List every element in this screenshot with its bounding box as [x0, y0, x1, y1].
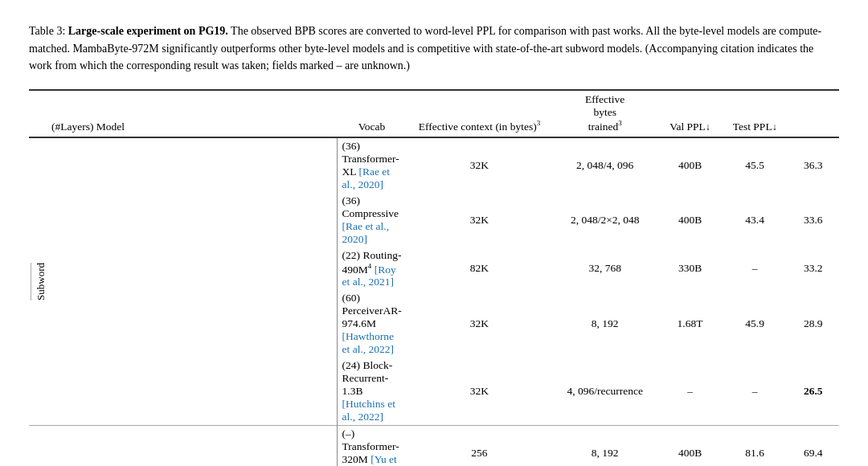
model-perceiverar: (60) PerceiverAR-974.6M [Hawthorne et al…: [337, 290, 407, 358]
bytes-perceiverar: 1.68T: [657, 290, 723, 358]
col-header-eff-bytes: Effectivebytestrained3: [552, 90, 657, 137]
val-routing: –: [723, 247, 788, 291]
model-compressive: (36) Compressive [Rae et al., 2020]: [337, 193, 407, 247]
context-compressive: 2, 048/2×2, 048: [552, 193, 657, 247]
subword-row-1: Subword (36) Transformer-XL [Rae et al.,…: [29, 137, 839, 193]
results-table: (#Layers) Model Vocab Effective context …: [29, 89, 839, 466]
test-routing: 33.2: [787, 247, 839, 291]
subword-label: Subword: [31, 263, 47, 300]
context-routing: 32, 768: [552, 247, 657, 291]
test-perceiverar: 28.9: [787, 290, 839, 358]
table-title-bold: Large-scale experiment on PG19.: [68, 25, 228, 37]
vocab-transformer-xl: 32K: [407, 137, 552, 193]
vocab-transformer-320m: 256: [407, 426, 552, 466]
context-block-recurrent: 4, 096/recurrence: [552, 358, 657, 426]
context-transformer-xl: 2, 048/4, 096: [552, 137, 657, 193]
model-transformer-xl: (36) Transformer-XL [Rae et al., 2020]: [337, 137, 407, 193]
col-header-test-ppl: Test PPL: [723, 90, 788, 137]
vocab-compressive: 32K: [407, 193, 552, 247]
bytes-block-recurrent: –: [657, 358, 723, 426]
byte-row-1: Byte (–) Transformer-320M [Yu et al., 20…: [29, 426, 839, 466]
bytes-routing: 330B: [657, 247, 723, 291]
test-block-recurrent: 26.5: [787, 358, 839, 426]
col-header-model: (#Layers) Model: [29, 90, 337, 137]
model-transformer-320m: (–) Transformer-320M [Yu et al., 2023]: [337, 426, 407, 466]
col-header-eff-context: Effective context (in bytes)3: [407, 90, 552, 137]
model-routing: (22) Routing-490M4 [Roy et al., 2021]: [337, 247, 407, 291]
val-transformer-320m: 81.6: [723, 426, 788, 466]
bytes-transformer-320m: 400B: [657, 426, 723, 466]
val-block-recurrent: –: [723, 358, 788, 426]
val-transformer-xl: 45.5: [723, 137, 788, 193]
vocab-perceiverar: 32K: [407, 290, 552, 358]
context-perceiverar: 8, 192: [552, 290, 657, 358]
model-block-recurrent: (24) Block-Recurrent-1.3B [Hutchins et a…: [337, 358, 407, 426]
vocab-block-recurrent: 32K: [407, 358, 552, 426]
table-label: Table 3:: [29, 25, 68, 37]
col-header-val-ppl: Val PPL: [657, 90, 723, 137]
caption: Table 3: Large-scale experiment on PG19.…: [29, 22, 839, 75]
test-transformer-320m: 69.4: [787, 426, 839, 466]
val-perceiverar: 45.9: [723, 290, 788, 358]
test-transformer-xl: 36.3: [787, 137, 839, 193]
bytes-transformer-xl: 400B: [657, 137, 723, 193]
test-compressive: 33.6: [787, 193, 839, 247]
vocab-routing: 82K: [407, 247, 552, 291]
val-compressive: 43.4: [723, 193, 788, 247]
bytes-compressive: 400B: [657, 193, 723, 247]
context-transformer-320m: 8, 192: [552, 426, 657, 466]
col-header-vocab: Vocab: [337, 90, 407, 137]
